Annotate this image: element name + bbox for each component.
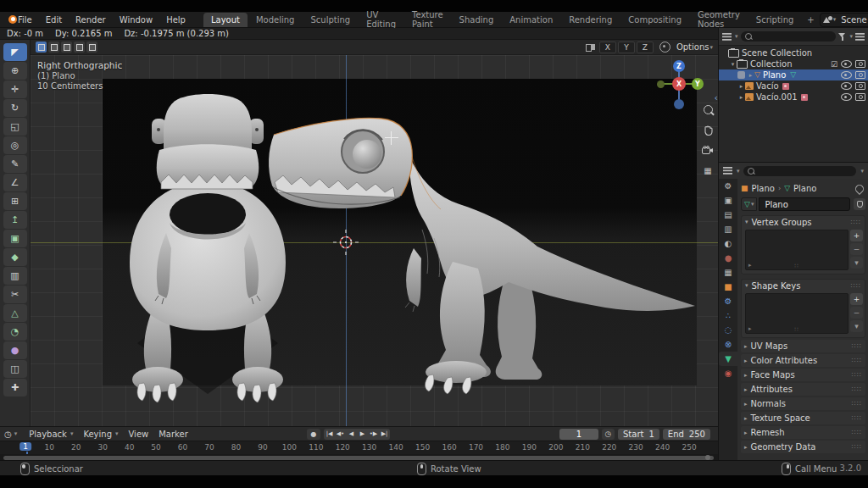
expand-arrow-icon[interactable]: ▸ — [737, 83, 745, 90]
current-frame-field[interactable]: 1 — [559, 429, 598, 440]
panel-face-maps[interactable]: ▸Face Maps∷∷ — [741, 369, 865, 381]
frame-tick-200[interactable]: 200 — [548, 443, 563, 452]
frame-tick-40[interactable]: 40 — [125, 443, 134, 452]
select-mode-extend[interactable] — [48, 42, 59, 53]
frame-tick-180[interactable]: 180 — [495, 443, 509, 452]
poly-build-tool[interactable]: △ — [3, 304, 27, 322]
loop-cut-tool[interactable]: ▥ — [3, 267, 27, 285]
panel-color-attributes[interactable]: ▸Color Attributes∷∷ — [741, 354, 865, 367]
frame-tick-1[interactable]: 1 — [19, 442, 31, 451]
tab-compositing[interactable]: Compositing — [620, 13, 689, 27]
render-visibility-camera-icon[interactable] — [855, 71, 865, 79]
next-keyframe-button[interactable]: •▶ — [368, 429, 379, 440]
play-reverse-button[interactable]: ◀ — [346, 429, 357, 440]
outliner-row-vacío-001[interactable]: ▸Vacío.001 — [719, 92, 868, 103]
play-button[interactable]: ▶ — [357, 429, 368, 440]
menu-help[interactable]: Help — [160, 14, 192, 26]
smooth-tool[interactable]: ● — [3, 341, 27, 359]
timeline-menu-marker[interactable]: Marker — [153, 430, 193, 439]
panel-texture-space[interactable]: ▸Texture Space∷∷ — [741, 412, 865, 424]
expand-arrow-icon[interactable]: ▾ — [729, 61, 737, 68]
jump-start-button[interactable]: |◀ — [324, 429, 335, 440]
properties-tab-render[interactable]: ▣ — [719, 193, 737, 208]
frame-tick-140[interactable]: 140 — [389, 443, 403, 452]
inset-faces-tool[interactable]: ▣ — [3, 230, 27, 247]
proportional-editing-icon[interactable] — [659, 42, 670, 53]
hide-eye-icon[interactable] — [841, 82, 852, 90]
gizmo-z-axis[interactable]: Z — [673, 60, 685, 72]
add-workspace-button[interactable]: + — [802, 14, 819, 26]
panel-remesh[interactable]: ▸Remesh∷∷ — [741, 426, 865, 439]
frame-tick-110[interactable]: 110 — [309, 443, 323, 452]
use-preview-range-icon[interactable]: ◷ — [602, 429, 615, 440]
timeline-menu-keying[interactable]: Keying▾ — [78, 430, 123, 439]
frame-tick-20[interactable]: 20 — [71, 443, 81, 452]
frame-tick-30[interactable]: 30 — [97, 443, 107, 452]
frame-tick-150[interactable]: 150 — [415, 443, 430, 452]
render-visibility-camera-icon[interactable] — [855, 93, 865, 101]
properties-tab-scene[interactable]: ◐ — [719, 236, 737, 251]
knife-tool[interactable]: ✂ — [3, 286, 27, 303]
properties-tab-tool[interactable]: ⚙ — [719, 179, 737, 193]
panel-normals[interactable]: ▸Normals∷∷ — [741, 397, 865, 410]
end-frame-field[interactable]: End 250 — [663, 429, 710, 440]
viewport-canvas[interactable]: Right Orthographic(1) Plano10 Centimeter… — [31, 55, 718, 426]
properties-tab-particles[interactable]: ∴ — [719, 308, 737, 323]
tab-animation[interactable]: Animation — [502, 13, 560, 27]
gizmo-minus-y-axis[interactable] — [657, 80, 665, 88]
breadcrumb-object[interactable]: Plano — [752, 184, 775, 193]
editor-type-icon[interactable] — [723, 167, 732, 175]
timeline-ruler[interactable]: 1102030405060708090100110120130140150160… — [0, 441, 718, 454]
add-cube-tool[interactable]: ⊞ — [3, 192, 27, 210]
hide-eye-icon[interactable] — [841, 71, 852, 79]
annotate-tool[interactable]: ✎ — [3, 155, 27, 173]
properties-tab-material[interactable]: ◉ — [719, 366, 737, 380]
spin-tool[interactable]: ◔ — [3, 323, 27, 341]
menu-window[interactable]: Window — [114, 14, 159, 26]
checkbox-icon[interactable]: ☑ — [831, 60, 837, 69]
prev-keyframe-button[interactable]: ◀• — [335, 429, 346, 440]
properties-tab-collection[interactable]: ▦ — [719, 265, 737, 280]
remove-item-button[interactable]: − — [850, 307, 863, 319]
frame-tick-80[interactable]: 80 — [231, 443, 241, 452]
tab-rendering[interactable]: Rendering — [561, 13, 620, 27]
mirror-icon[interactable] — [586, 42, 596, 52]
frame-tick-210[interactable]: 210 — [576, 443, 590, 452]
frame-tick-60[interactable]: 60 — [178, 443, 187, 452]
frame-tick-100[interactable]: 100 — [282, 443, 297, 452]
breadcrumb-data[interactable]: Plano — [793, 184, 816, 193]
frame-tick-230[interactable]: 230 — [629, 443, 643, 452]
add-item-button[interactable]: + — [850, 293, 863, 305]
camera-view-icon[interactable] — [701, 143, 715, 157]
tab-scripting[interactable]: Scripting — [748, 13, 801, 27]
tab-shading[interactable]: Shading — [452, 13, 502, 27]
datablock-type-dropdown[interactable]: ▽ ▾ — [741, 197, 757, 211]
gizmo-y-axis[interactable]: Y — [692, 78, 704, 90]
start-frame-field[interactable]: Start 1 — [618, 429, 659, 440]
rotate-tool[interactable]: ↻ — [3, 99, 27, 117]
list-filter-arrow-icon[interactable]: ▸ — [748, 262, 752, 269]
outliner-search-input[interactable] — [741, 31, 837, 42]
options-dropdown[interactable]: Options — [676, 42, 709, 52]
record-button[interactable]: ● — [307, 429, 320, 440]
gizmo-minus-z-axis[interactable] — [674, 99, 684, 109]
hide-eye-icon[interactable] — [841, 60, 852, 68]
tweak-select-tool[interactable]: ◤ — [3, 43, 27, 61]
outliner-row-vacío[interactable]: ▸Vacío — [719, 80, 868, 92]
frame-tick-220[interactable]: 220 — [602, 443, 616, 452]
frame-tick-160[interactable]: 160 — [442, 443, 456, 452]
edge-slide-tool[interactable]: ◫ — [3, 360, 27, 378]
scale-tool[interactable]: ◱ — [3, 118, 27, 136]
panel-header[interactable]: ▾Vertex Groups∷∷ — [742, 216, 865, 228]
shape-keys-list[interactable]: ▸∷ — [745, 293, 849, 334]
gizmo-x-axis[interactable]: X — [672, 77, 686, 91]
mirror-y-toggle[interactable]: Y — [618, 42, 635, 53]
filter-options-icon[interactable] — [855, 33, 865, 41]
render-visibility-camera-icon[interactable] — [855, 82, 865, 90]
list-filter-arrow-icon[interactable]: ▸ — [748, 325, 752, 332]
outliner-row-plano[interactable]: ▸▽Plano▽ — [719, 69, 868, 80]
specials-menu-button[interactable]: ▾ — [850, 257, 863, 269]
fake-user-button[interactable] — [854, 198, 865, 210]
tab-layout[interactable]: Layout — [203, 13, 248, 27]
frame-tick-130[interactable]: 130 — [362, 443, 376, 452]
